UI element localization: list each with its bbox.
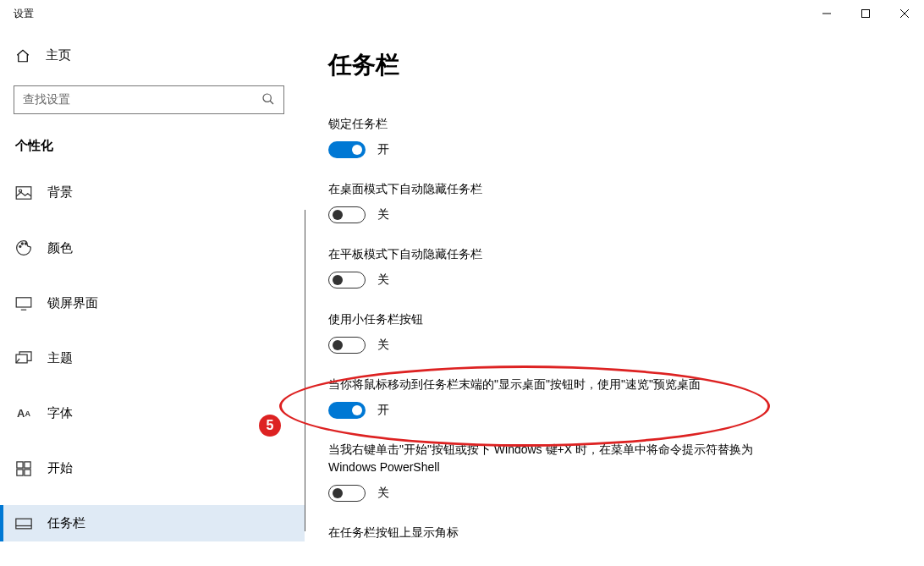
toggle-lock-taskbar[interactable]	[328, 141, 366, 158]
sidebar-item-label: 背景	[47, 184, 73, 201]
minimize-button[interactable]	[807, 0, 846, 27]
svg-point-8	[19, 245, 21, 247]
search-input[interactable]: 查找设置	[14, 85, 284, 114]
setting-label: 在任务栏按钮上显示角标	[328, 524, 785, 541]
home-link[interactable]: 主页	[0, 41, 305, 70]
setting-badges: 在任务栏按钮上显示角标	[328, 524, 785, 541]
search-placeholder: 查找设置	[23, 92, 70, 107]
setting-lock-taskbar: 锁定任务栏 开	[328, 115, 785, 158]
toggle-state: 关	[377, 272, 389, 288]
svg-point-4	[263, 94, 271, 102]
maximize-button[interactable]	[846, 0, 885, 27]
section-title: 个性化	[0, 138, 305, 154]
svg-rect-14	[17, 461, 23, 467]
sidebar: 主页 查找设置 个性化 背景 颜色 锁屏界面	[0, 27, 305, 566]
themes-icon	[15, 351, 32, 366]
palette-icon	[15, 239, 32, 256]
sidebar-item-label: 任务栏	[47, 515, 85, 531]
window-controls	[807, 0, 924, 27]
setting-label: 使用小任务栏按钮	[328, 310, 785, 328]
svg-rect-6	[16, 186, 31, 198]
setting-autohide-tablet: 在平板模式下自动隐藏任务栏 关	[328, 245, 785, 288]
titlebar: 设置	[0, 0, 924, 27]
toggle-autohide-tablet[interactable]	[328, 272, 366, 288]
toggle-state: 关	[377, 338, 389, 353]
toggle-peek-preview[interactable]	[328, 402, 366, 419]
svg-point-9	[21, 243, 23, 245]
toggle-powershell[interactable]	[328, 485, 366, 502]
setting-label: 在平板模式下自动隐藏任务栏	[328, 245, 785, 263]
toggle-small-buttons[interactable]	[328, 337, 366, 354]
sidebar-item-background[interactable]: 背景	[0, 174, 305, 211]
toggle-state: 关	[377, 486, 389, 501]
home-icon	[15, 48, 30, 63]
start-icon	[15, 461, 32, 476]
page-title: 任务栏	[328, 49, 890, 81]
sidebar-item-label: 主题	[47, 350, 73, 366]
setting-label: 当你将鼠标移动到任务栏末端的"显示桌面"按钮时，使用"速览"预览桌面	[328, 376, 785, 393]
sidebar-item-taskbar[interactable]: 任务栏	[0, 505, 305, 541]
close-button[interactable]	[885, 0, 924, 27]
toggle-state: 关	[377, 207, 389, 223]
sidebar-item-colors[interactable]: 颜色	[0, 229, 305, 267]
setting-peek-preview: 当你将鼠标移动到任务栏末端的"显示桌面"按钮时，使用"速览"预览桌面 开	[328, 376, 785, 419]
taskbar-icon	[15, 518, 32, 530]
svg-rect-11	[16, 297, 31, 306]
svg-rect-1	[862, 10, 870, 18]
svg-line-5	[270, 101, 273, 104]
toggle-state: 开	[377, 142, 389, 157]
home-label: 主页	[46, 47, 71, 63]
lockscreen-icon	[15, 297, 32, 310]
fonts-icon: AA	[15, 407, 32, 420]
sidebar-item-label: 锁屏界面	[47, 295, 98, 311]
sidebar-item-label: 字体	[47, 405, 73, 421]
sidebar-item-label: 开始	[47, 460, 73, 476]
toggle-autohide-desktop[interactable]	[328, 206, 366, 223]
picture-icon	[15, 186, 32, 200]
setting-small-buttons: 使用小任务栏按钮 关	[328, 310, 785, 354]
setting-powershell: 当我右键单击"开始"按钮或按下 Windows 键+X 时，在菜单中将命令提示符…	[328, 441, 785, 502]
content-area: 任务栏 锁定任务栏 开 在桌面模式下自动隐藏任务栏 关 在平板模式下自动隐藏任务…	[305, 27, 924, 566]
svg-rect-17	[25, 469, 30, 475]
sidebar-item-fonts[interactable]: AA 字体	[0, 395, 305, 431]
sidebar-item-start[interactable]: 开始	[0, 450, 305, 486]
svg-rect-16	[17, 469, 23, 475]
sidebar-item-themes[interactable]: 主题	[0, 340, 305, 376]
search-icon	[261, 92, 275, 108]
window-title: 设置	[14, 7, 34, 21]
svg-rect-15	[25, 461, 30, 467]
svg-rect-18	[16, 519, 31, 529]
setting-label: 当我右键单击"开始"按钮或按下 Windows 键+X 时，在菜单中将命令提示符…	[328, 441, 785, 476]
setting-label: 锁定任务栏	[328, 115, 785, 133]
setting-label: 在桌面模式下自动隐藏任务栏	[328, 180, 785, 198]
sidebar-item-label: 颜色	[47, 240, 73, 256]
setting-autohide-desktop: 在桌面模式下自动隐藏任务栏 关	[328, 180, 785, 223]
toggle-state: 开	[377, 403, 389, 418]
svg-point-10	[25, 243, 26, 245]
sidebar-item-lockscreen[interactable]: 锁屏界面	[0, 285, 305, 321]
